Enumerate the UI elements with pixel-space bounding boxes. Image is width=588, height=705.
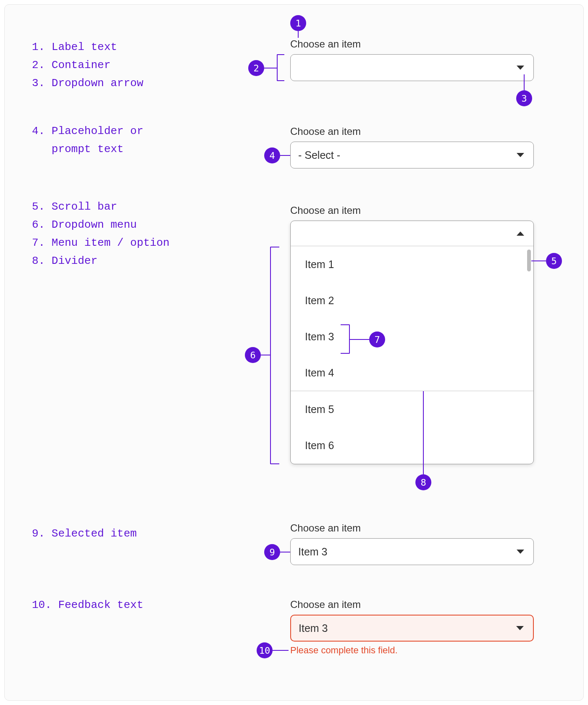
field-label-1: Choose an item bbox=[290, 38, 361, 50]
badge-1-connector bbox=[298, 31, 299, 38]
annotation-badge-7: 7 bbox=[369, 331, 385, 347]
annotation-badge-3: 3 bbox=[516, 90, 532, 106]
scrollbar-thumb[interactable] bbox=[527, 250, 531, 271]
annotation-badge-9: 9 bbox=[264, 544, 280, 560]
diagram-frame: 1. Label text 2. Container 3. Dropdown a… bbox=[4, 4, 584, 701]
annotation-badge-5: 5 bbox=[546, 253, 562, 269]
annotation-badge-6: 6 bbox=[245, 347, 261, 363]
dropdown-option[interactable]: Item 6 bbox=[291, 427, 533, 463]
annotation-badge-8: 8 bbox=[415, 474, 431, 490]
menu-bracket bbox=[270, 247, 279, 464]
select-value-4: Item 3 bbox=[298, 546, 517, 558]
dropdown-option[interactable]: Item 5 bbox=[291, 391, 533, 427]
badge-8-connector bbox=[423, 391, 424, 474]
select-container-2[interactable]: - Select - bbox=[290, 142, 534, 168]
chevron-down-icon bbox=[517, 550, 524, 554]
legend-group-3: 5. Scroll bar 6. Dropdown menu 7. Menu i… bbox=[32, 198, 170, 270]
badge-10-connector bbox=[273, 650, 289, 651]
badge-9-connector bbox=[280, 552, 290, 552]
field-label-5: Choose an item bbox=[290, 599, 361, 610]
legend-group-5: 10. Feedback text bbox=[32, 596, 143, 614]
chevron-down-icon bbox=[517, 66, 524, 70]
dropdown-header[interactable] bbox=[291, 221, 533, 246]
chevron-down-icon bbox=[516, 626, 524, 630]
dropdown-option-list: Item 1 Item 2 Item 3 Item 4 Item 5 Item … bbox=[291, 246, 533, 463]
field-label-3: Choose an item bbox=[290, 205, 361, 216]
annotation-badge-2: 2 bbox=[248, 60, 264, 76]
container-bracket bbox=[277, 54, 284, 81]
badge-7-connector bbox=[350, 339, 369, 340]
select-container-5-error[interactable]: Item 3 bbox=[290, 615, 534, 642]
annotation-badge-10: 10 bbox=[257, 642, 273, 658]
chevron-up-icon bbox=[517, 231, 524, 236]
select-value-5: Item 3 bbox=[299, 622, 516, 634]
badge-2-connector bbox=[264, 68, 277, 68]
option-bracket bbox=[341, 324, 350, 354]
field-label-2: Choose an item bbox=[290, 126, 361, 137]
dropdown-menu[interactable]: Item 1 Item 2 Item 3 Item 4 Item 5 Item … bbox=[290, 221, 534, 464]
annotation-badge-1: 1 bbox=[290, 15, 306, 31]
badge-4-connector bbox=[280, 155, 290, 156]
dropdown-option[interactable]: Item 1 bbox=[291, 246, 533, 282]
dropdown-option[interactable]: Item 3 bbox=[291, 318, 533, 355]
badge-5-connector bbox=[531, 260, 546, 261]
dropdown-option[interactable]: Item 2 bbox=[291, 282, 533, 318]
select-container-4[interactable]: Item 3 bbox=[290, 538, 534, 565]
chevron-down-icon bbox=[517, 153, 524, 157]
badge-3-connector bbox=[524, 74, 525, 90]
field-label-4: Choose an item bbox=[290, 522, 361, 534]
legend-group-2: 4. Placeholder or prompt text bbox=[32, 122, 143, 158]
select-placeholder: - Select - bbox=[298, 149, 517, 161]
dropdown-option[interactable]: Item 4 bbox=[291, 355, 533, 391]
annotation-badge-4: 4 bbox=[264, 147, 280, 163]
legend-group-1: 1. Label text 2. Container 3. Dropdown a… bbox=[32, 38, 143, 92]
badge-6-connector bbox=[261, 355, 270, 355]
feedback-text: Please complete this field. bbox=[290, 645, 398, 656]
legend-group-4: 9. Selected item bbox=[32, 525, 137, 543]
select-container-1[interactable] bbox=[290, 54, 534, 81]
